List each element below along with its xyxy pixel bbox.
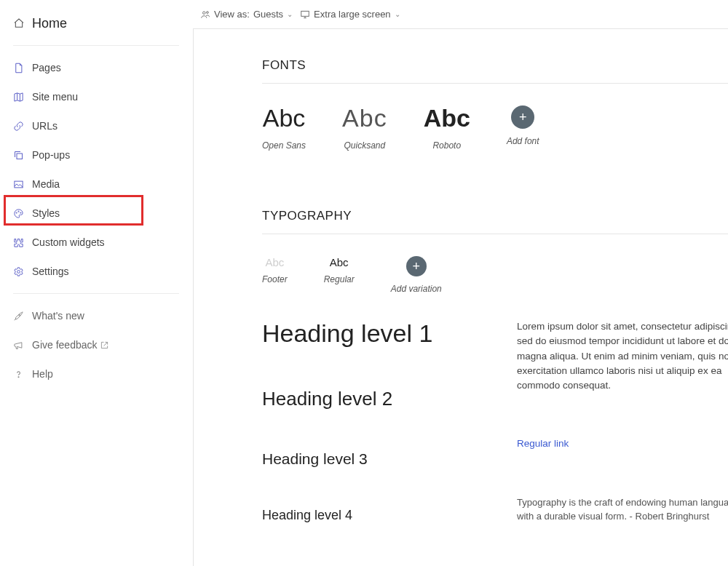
sidebar-item-label: Pop-ups [32, 149, 70, 161]
font-sample: Abc [262, 105, 306, 130]
image-icon [13, 179, 29, 190]
copy-icon [13, 150, 29, 161]
chevron-down-icon: ⌄ [395, 10, 400, 18]
svg-point-5 [17, 270, 20, 273]
link-icon [13, 121, 29, 132]
typography-section-title: TYPOGRAPHY [262, 209, 728, 223]
plus-icon [406, 256, 427, 276]
monitor-icon [300, 9, 310, 20]
chevron-down-icon: ⌄ [287, 10, 293, 18]
divider [262, 83, 728, 84]
svg-rect-0 [17, 154, 23, 159]
palette-icon [13, 208, 29, 219]
svg-point-7 [18, 376, 19, 377]
screen-size-dropdown[interactable]: Extra large screen ⌄ [300, 9, 400, 20]
megaphone-icon [13, 340, 29, 351]
typo-variation-regular[interactable]: Abc Regular [324, 256, 355, 284]
gear-icon [13, 266, 29, 277]
divider [13, 293, 179, 294]
sidebar-item-sitemenu[interactable]: Site menu [0, 82, 193, 111]
sidebar-item-label: URLs [32, 120, 58, 132]
link-preview[interactable]: Regular link [517, 437, 728, 451]
heading-1-preview: Heading level 1 [262, 319, 473, 348]
puzzle-icon [13, 237, 29, 248]
sidebar-item-label: Give feedback [32, 339, 98, 351]
fonts-section-title: FONTS [262, 58, 728, 73]
font-card-roboto[interactable]: Abc Roboto [424, 105, 470, 151]
sidebar-item-urls[interactable]: URLs [0, 111, 193, 140]
divider [262, 234, 728, 234]
svg-point-8 [203, 11, 206, 13]
heading-2-preview: Heading level 2 [262, 388, 473, 410]
sidebar-item-label: What's new [32, 310, 84, 322]
font-name: Roboto [424, 140, 470, 151]
view-as-value: Guests [253, 9, 283, 20]
heading-4-preview: Heading level 4 [262, 508, 473, 523]
screen-size-label: Extra large screen [314, 9, 391, 20]
font-sample: Abc [424, 105, 470, 130]
add-font-button[interactable]: Add font [507, 105, 539, 146]
typo-sample: Abc [262, 256, 288, 268]
svg-point-2 [16, 212, 17, 212]
font-name: Quicksand [342, 140, 387, 151]
svg-point-6 [19, 314, 20, 316]
add-variation-label: Add variation [391, 284, 442, 294]
typo-sample: Abc [324, 256, 355, 268]
divider [13, 45, 179, 46]
topbar: View as: Guests ⌄ Extra large screen ⌄ [193, 0, 728, 29]
svg-point-9 [207, 11, 209, 13]
sidebar-item-widgets[interactable]: Custom widgets [0, 228, 193, 257]
typo-name: Footer [262, 274, 288, 284]
sidebar-item-media[interactable]: Media [0, 170, 193, 199]
body-text-preview: Lorem ipsum dolor sit amet, consectetur … [517, 319, 728, 393]
rocket-icon [13, 311, 29, 322]
sidebar-help[interactable]: Help [0, 359, 193, 388]
svg-point-4 [20, 212, 21, 212]
sidebar-item-settings[interactable]: Settings [0, 257, 193, 286]
add-font-label: Add font [507, 136, 539, 146]
sidebar-item-label: Help [32, 368, 53, 380]
sidebar-item-popups[interactable]: Pop-ups [0, 140, 193, 170]
sidebar: Home Pages Site menu URLs Pop-ups [0, 0, 193, 566]
plus-icon [511, 105, 534, 129]
typo-variation-footer[interactable]: Abc Footer [262, 256, 288, 284]
font-card-opensans[interactable]: Abc Open Sans [262, 105, 306, 151]
font-sample: Abc [342, 105, 387, 130]
typography-preview: Heading level 1 Heading level 2 Heading … [262, 319, 728, 524]
map-icon [13, 92, 29, 103]
sidebar-home-label: Home [32, 16, 67, 31]
sidebar-whatsnew[interactable]: What's new [0, 301, 193, 330]
svg-rect-10 [301, 11, 309, 16]
add-variation-button[interactable]: Add variation [391, 256, 442, 294]
main-panel: FONTS Abc Open Sans Abc Quicksand Abc Ro… [193, 29, 728, 566]
sidebar-feedback[interactable]: Give feedback [0, 330, 193, 359]
sidebar-item-label: Pages [32, 62, 61, 73]
sidebar-item-styles[interactable]: Styles [0, 199, 193, 228]
sidebar-item-label: Custom widgets [32, 236, 105, 248]
heading-3-preview: Heading level 3 [262, 450, 473, 468]
fonts-row: Abc Open Sans Abc Quicksand Abc Roboto A… [262, 105, 728, 151]
svg-rect-1 [15, 181, 23, 188]
view-as-dropdown[interactable]: View as: Guests ⌄ [200, 9, 293, 20]
typography-variation-row: Abc Footer Abc Regular Add variation [262, 256, 728, 294]
typo-name: Regular [324, 274, 355, 284]
page-icon [13, 63, 29, 73]
svg-point-3 [18, 211, 19, 212]
sidebar-home[interactable]: Home [0, 9, 193, 38]
font-name: Open Sans [262, 140, 306, 151]
sidebar-item-label: Styles [32, 207, 60, 219]
view-as-label: View as: [214, 9, 250, 20]
user-icon [200, 9, 210, 20]
help-icon [13, 369, 29, 380]
sidebar-item-label: Settings [32, 266, 69, 277]
font-card-quicksand[interactable]: Abc Quicksand [342, 105, 387, 151]
sidebar-item-pages[interactable]: Pages [0, 53, 193, 82]
home-icon [13, 17, 29, 29]
external-link-icon [100, 341, 108, 349]
sidebar-item-label: Site menu [32, 91, 78, 103]
sidebar-item-label: Media [32, 178, 60, 190]
quote-preview: Typography is the craft of endowing huma… [517, 495, 728, 524]
